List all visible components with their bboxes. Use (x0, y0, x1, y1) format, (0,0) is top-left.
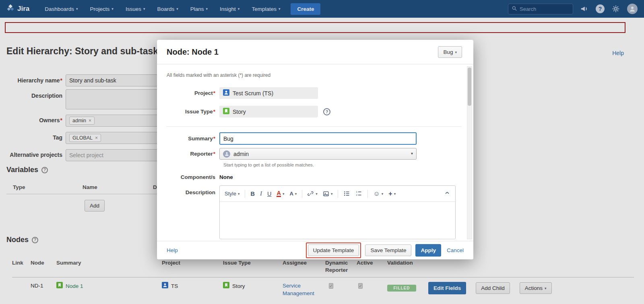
bold-icon[interactable]: B (250, 191, 254, 197)
required-asterisk: * (213, 109, 215, 115)
project-value: Test Scrum (TS) (233, 90, 273, 97)
summary-row: Summary* (167, 132, 461, 145)
project-field: Test Scrum (TS) (219, 87, 318, 99)
chevron-down-icon: ▾ (295, 192, 297, 196)
required-asterisk: * (213, 136, 215, 142)
toolbar-separator (338, 190, 338, 198)
issue-type-label: Issue Type* (167, 109, 219, 115)
summary-input[interactable] (219, 132, 417, 145)
project-row: Project* Test Scrum (TS) (167, 87, 461, 99)
text-color-icon[interactable]: A▾ (277, 190, 284, 197)
bullet-list-icon[interactable] (343, 190, 350, 197)
dialog-footer: Help Update Template Save Template Apply… (157, 241, 473, 259)
chevron-down-icon: ▾ (411, 151, 413, 156)
dialog-title: Node: Node 1 (167, 47, 219, 57)
numbered-list-icon[interactable]: 12 (355, 190, 362, 197)
issue-type-switch-label: Bug (443, 49, 453, 55)
user-icon (223, 150, 230, 158)
description-textarea[interactable] (220, 202, 455, 239)
description-row: Description Style▾ B I U A▾ A▾ ▾ ▾ (167, 185, 461, 239)
reporter-select[interactable]: admin ▾ (219, 148, 417, 160)
dialog-header: Node: Node 1 Bug▾ (157, 40, 473, 64)
chevron-down-icon: ▾ (382, 192, 384, 196)
italic-icon[interactable]: I (260, 190, 262, 197)
chevron-down-icon: ▾ (238, 192, 240, 196)
toolbar-separator (302, 190, 302, 198)
chevron-down-icon: ▾ (331, 192, 333, 196)
svg-text:2: 2 (356, 194, 357, 196)
story-icon (223, 108, 229, 115)
required-asterisk: * (213, 90, 215, 96)
annotation-box-update-template: Update Template (306, 242, 361, 258)
node-edit-dialog: Node: Node 1 Bug▾ All fields marked with… (157, 40, 473, 259)
required-asterisk: * (213, 151, 215, 157)
help-link[interactable]: Help (167, 247, 178, 253)
toolbar-separator (245, 190, 245, 198)
underline-icon[interactable]: U (267, 191, 271, 197)
screen: Jira Dashboards▾ Projects▾ Issues▾ Board… (0, 0, 644, 304)
chevron-down-icon: ▾ (283, 192, 285, 196)
insert-image-icon[interactable]: ▾ (323, 191, 333, 197)
style-dropdown[interactable]: Style▾ (225, 191, 239, 197)
chevron-down-icon: ▾ (455, 50, 457, 54)
chevron-down-icon: ▾ (394, 192, 396, 196)
emoji-icon[interactable]: ☺▾ (373, 190, 383, 197)
reporter-hint: Start typing to get a list of possible m… (223, 162, 461, 167)
components-value: None (219, 174, 233, 180)
project-label: Project* (167, 90, 219, 96)
components-label: Component/s (167, 174, 219, 180)
update-template-button[interactable]: Update Template (308, 244, 359, 256)
issue-type-row: Issue Type* Story ? (167, 106, 461, 117)
link-icon[interactable]: ▾ (308, 191, 318, 197)
save-template-button[interactable]: Save Template (365, 244, 411, 256)
collapse-toolbar-icon[interactable] (444, 190, 450, 197)
description-label: Description (167, 185, 219, 195)
description-editor: Style▾ B I U A▾ A▾ ▾ ▾ 12 ☺ (219, 185, 456, 239)
project-avatar-icon (223, 89, 229, 97)
svg-text:1: 1 (356, 191, 357, 193)
reporter-value: admin (233, 151, 249, 157)
editor-toolbar: Style▾ B I U A▾ A▾ ▾ ▾ 12 ☺ (220, 186, 455, 202)
components-row: Component/s None (167, 174, 461, 180)
reporter-row: Reporter* admin ▾ (167, 148, 461, 160)
question-icon[interactable]: ? (323, 108, 330, 115)
more-formatting-icon[interactable]: A▾ (289, 191, 297, 197)
footer-actions: Update Template Save Template Apply Canc… (306, 242, 464, 258)
issue-type-value: Story (233, 109, 246, 115)
summary-label: Summary* (167, 136, 219, 142)
scrollbar-thumb[interactable] (468, 68, 471, 106)
dialog-body: All fields marked with an asterisk (*) a… (157, 64, 473, 241)
issue-type-switch-dropdown[interactable]: Bug▾ (438, 46, 462, 58)
reporter-label: Reporter* (167, 151, 219, 157)
issue-type-field: Story (219, 106, 318, 117)
annotation-box-banner (5, 22, 625, 33)
required-note: All fields marked with an asterisk (*) a… (167, 72, 461, 78)
section-divider (167, 126, 461, 127)
toolbar-separator (367, 190, 368, 198)
apply-button[interactable]: Apply (415, 244, 441, 257)
cancel-link[interactable]: Cancel (447, 247, 464, 253)
chevron-down-icon: ▾ (316, 192, 318, 196)
plus-icon[interactable]: +▾ (388, 190, 396, 197)
scrollbar[interactable] (467, 66, 472, 239)
